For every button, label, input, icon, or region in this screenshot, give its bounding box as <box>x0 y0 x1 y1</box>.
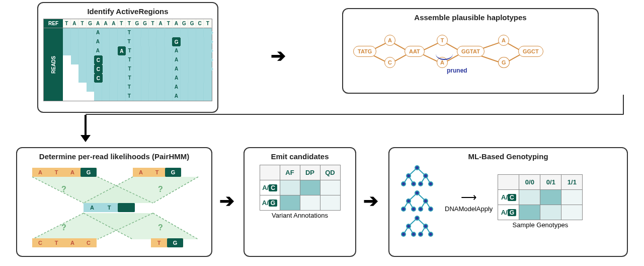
read-base <box>204 64 212 74</box>
svg-point-20 <box>424 174 428 178</box>
svg-point-31 <box>415 191 419 195</box>
read-base <box>181 83 189 92</box>
ref-base: G <box>87 19 95 28</box>
ref-base: A <box>157 19 165 28</box>
table-header: QD <box>320 165 340 180</box>
read-base <box>71 74 79 83</box>
read-bar: CTAC <box>32 238 97 247</box>
read-base <box>204 37 212 46</box>
read-base <box>157 46 165 55</box>
question-mark-icon: ? <box>158 223 163 232</box>
read-base <box>149 64 157 74</box>
svg-point-24 <box>429 182 433 186</box>
svg-point-45 <box>407 224 411 228</box>
question-mark-icon: ? <box>61 223 66 232</box>
read-base <box>165 46 173 55</box>
read-base: C <box>94 74 103 83</box>
arrow-right-icon: ⟶ <box>445 191 493 204</box>
read-base <box>149 37 157 46</box>
read-base <box>181 92 189 101</box>
read-base <box>78 28 87 37</box>
read-base: T <box>125 37 133 46</box>
read-base <box>181 28 189 37</box>
row-label: A/C <box>260 180 280 195</box>
svg-point-50 <box>429 232 433 236</box>
read-base: C <box>32 238 48 247</box>
read-base <box>149 92 157 101</box>
read-base: T <box>126 28 134 37</box>
read-base <box>141 46 149 55</box>
read-base: T <box>48 168 64 177</box>
haplotype-node: A <box>384 35 395 46</box>
read-base: A <box>94 37 102 46</box>
connector-line <box>86 114 624 115</box>
read-base: G <box>80 168 97 177</box>
read-base <box>181 46 189 55</box>
read-base <box>181 64 189 74</box>
read-base <box>78 74 87 83</box>
question-mark-icon: ? <box>158 185 163 194</box>
read-base <box>118 92 126 101</box>
read-base <box>134 64 142 74</box>
svg-point-44 <box>415 216 419 220</box>
read-base <box>87 37 95 46</box>
haplotype-node: T <box>437 35 448 46</box>
read-base: C <box>94 64 103 74</box>
table-header: 0/1 <box>540 175 561 190</box>
read-base <box>71 37 79 46</box>
read-base <box>204 55 212 64</box>
read-base: A <box>94 46 102 55</box>
read-base <box>204 92 212 101</box>
haplotype-node: C <box>384 57 395 68</box>
read-base <box>103 74 111 83</box>
read-bar: ATAG <box>32 168 97 177</box>
read-base <box>118 64 126 74</box>
read-base <box>196 74 204 83</box>
svg-point-46 <box>424 224 428 228</box>
row-label: A/G <box>498 205 519 220</box>
table-cell <box>280 180 300 195</box>
ref-base: T <box>63 19 71 28</box>
read-base <box>78 55 87 64</box>
table-cell <box>519 205 540 220</box>
ref-base: T <box>149 19 157 28</box>
read-base <box>157 28 165 37</box>
svg-point-35 <box>412 207 416 211</box>
read-base: G <box>172 37 181 46</box>
svg-point-23 <box>419 182 423 186</box>
panel-title: Determine per-read likelihoods (PairHMM) <box>22 152 206 161</box>
ref-base: G <box>141 19 149 28</box>
read-base <box>165 28 173 37</box>
read-base: A <box>133 168 149 177</box>
svg-point-49 <box>419 232 423 236</box>
read-base <box>141 37 149 46</box>
pruned-label: pruned <box>447 67 467 74</box>
ref-base: A <box>94 19 102 28</box>
read-base: T <box>149 168 165 177</box>
annotations-table: AFDPQDA/CA/G <box>260 165 341 211</box>
ref-base: A <box>102 19 110 28</box>
panel-title: Assemble plausible haplotypes <box>348 13 593 22</box>
read-base: A <box>118 46 126 55</box>
read-base: C <box>80 238 97 247</box>
read-base <box>63 83 71 92</box>
read-base <box>181 55 189 64</box>
svg-point-47 <box>401 232 406 236</box>
emit-candidates-panel: Emit candidates AFDPQDA/CA/G Variant Ann… <box>244 147 356 257</box>
table-cell <box>300 195 320 211</box>
connector-line <box>85 115 87 135</box>
read-bar: ATG <box>133 168 181 177</box>
read-base <box>102 28 110 37</box>
read-base <box>102 46 110 55</box>
read-base: T <box>126 55 134 64</box>
read-base <box>94 92 102 101</box>
svg-point-37 <box>429 207 433 211</box>
read-base <box>156 37 165 46</box>
read-base <box>63 74 71 83</box>
active-regions-grid: REF READS TATGAAATTGGTATAGGCTATATGAATACT… <box>43 19 212 101</box>
read-base: T <box>101 203 118 212</box>
haplotypes-panel: Assemble plausible haplotypes TATGACAATT… <box>342 8 599 94</box>
read-base <box>110 55 118 64</box>
arrow-right-icon: ➔ <box>271 45 286 66</box>
read-base <box>189 55 197 64</box>
